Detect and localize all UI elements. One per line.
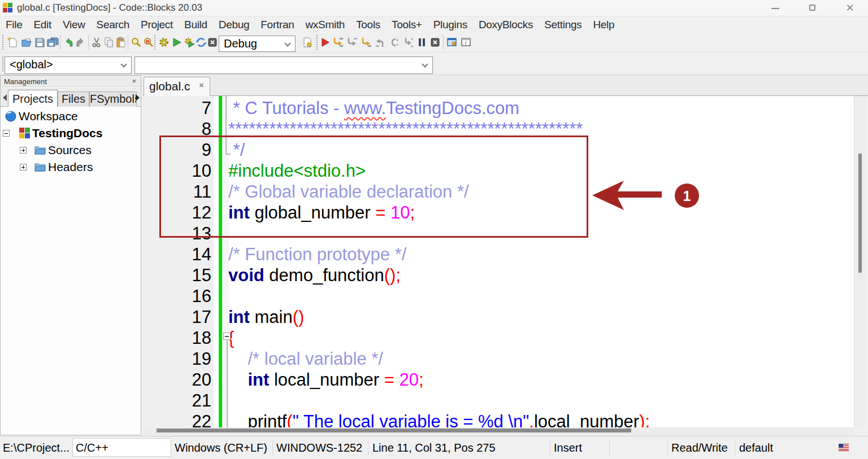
minimize-button[interactable] bbox=[763, 0, 788, 16]
editor-zone: global.c × 7 * C Tutorials - www.Testing… bbox=[143, 75, 868, 435]
new-file-icon[interactable] bbox=[7, 37, 19, 48]
restore-button[interactable] bbox=[800, 0, 825, 16]
menu-doxyblocks[interactable]: DoxyBlocks bbox=[473, 19, 539, 31]
expand-icon[interactable] bbox=[20, 147, 27, 154]
menu-build[interactable]: Build bbox=[179, 19, 213, 31]
management-tabs: Projects Files FSymbols bbox=[1, 88, 141, 107]
folder-icon bbox=[34, 145, 46, 155]
svg-text:R: R bbox=[146, 39, 150, 45]
window-title: global.c [TestingDocs] - Code::Blocks 20… bbox=[17, 2, 202, 14]
vertical-scrollbar[interactable] bbox=[854, 96, 865, 427]
menu-settings[interactable]: Settings bbox=[539, 19, 587, 31]
panel-close-icon[interactable]: × bbox=[132, 77, 136, 85]
abort-build-icon[interactable] bbox=[207, 37, 219, 48]
menu-help[interactable]: Help bbox=[587, 19, 620, 31]
line-number: 14 bbox=[143, 244, 211, 265]
tab-files[interactable]: Files bbox=[58, 91, 89, 107]
menu-fortran[interactable]: Fortran bbox=[255, 19, 300, 31]
various-info-icon[interactable]: i bbox=[461, 37, 473, 48]
rebuild-icon[interactable] bbox=[196, 37, 208, 48]
redo-icon[interactable] bbox=[75, 37, 88, 48]
status-encoding: WINDOWS-1252 bbox=[276, 441, 362, 454]
expand-icon[interactable] bbox=[20, 164, 27, 171]
tree-line bbox=[27, 150, 34, 151]
scope-combobox[interactable]: <global> bbox=[5, 56, 132, 74]
menu-project[interactable]: Project bbox=[135, 19, 179, 31]
line-number: 15 bbox=[143, 265, 211, 286]
annotation-number-badge: 1 bbox=[675, 183, 699, 208]
compiler-options-icon[interactable] bbox=[302, 37, 314, 48]
management-caption: Management × bbox=[1, 76, 141, 87]
vscroll-thumb[interactable] bbox=[858, 154, 862, 273]
step-into-icon[interactable] bbox=[361, 37, 373, 48]
status-profile: default bbox=[739, 441, 773, 454]
tabs-scroll-right-icon[interactable] bbox=[136, 94, 140, 101]
build-icon[interactable] bbox=[158, 37, 171, 48]
copy-icon[interactable] bbox=[103, 37, 116, 48]
status-readwrite: Read/Write bbox=[671, 441, 728, 454]
workspace-globe-icon bbox=[5, 111, 16, 122]
break-debugger-icon[interactable] bbox=[416, 37, 429, 48]
menu-tools[interactable]: Tools+ bbox=[386, 19, 428, 31]
annotation-number: 1 bbox=[675, 188, 699, 204]
code-line-21: 21 bbox=[143, 390, 854, 410]
menu-debug[interactable]: Debug bbox=[213, 19, 255, 31]
debugging-windows-icon[interactable] bbox=[446, 37, 459, 48]
editor-tab-bar: global.c × bbox=[143, 75, 868, 96]
menu-file[interactable]: File bbox=[0, 19, 28, 31]
toolbar-grip bbox=[316, 34, 319, 50]
folder-icon bbox=[34, 162, 46, 172]
hscroll-thumb[interactable] bbox=[157, 429, 631, 432]
code-line-22: 22 printf(" The local variable is = %d \… bbox=[143, 410, 854, 427]
chevron-down-icon bbox=[120, 61, 127, 67]
tabs-scroll-left-icon[interactable] bbox=[3, 94, 7, 101]
symbol-combobox[interactable] bbox=[134, 56, 433, 74]
line-number: 20 bbox=[143, 370, 211, 390]
menu-wxsmith[interactable]: wxSmith bbox=[300, 19, 350, 31]
us-flag-icon bbox=[839, 444, 849, 451]
run-icon[interactable] bbox=[171, 37, 184, 48]
step-out-icon[interactable] bbox=[375, 37, 387, 48]
save-all-icon[interactable] bbox=[46, 37, 59, 48]
tab-fsymbols[interactable]: FSymbols bbox=[89, 91, 137, 107]
line-number: 21 bbox=[143, 391, 211, 411]
main-toolbar: R Debug bbox=[0, 33, 868, 53]
project-icon bbox=[19, 128, 30, 138]
menu-tools[interactable]: Tools bbox=[350, 19, 386, 31]
menu-view[interactable]: View bbox=[57, 19, 91, 31]
collapse-icon[interactable] bbox=[3, 130, 10, 137]
undo-icon[interactable] bbox=[63, 37, 75, 48]
line-number: 16 bbox=[143, 286, 211, 307]
stop-debugger-icon[interactable] bbox=[429, 37, 442, 48]
line-number: 18 bbox=[143, 328, 211, 348]
code-line-20: 20 int local_number = 20; bbox=[143, 369, 854, 390]
management-panel: Management × Projects Files FSymbols Wor… bbox=[0, 75, 141, 435]
close-button[interactable]: ✕ bbox=[837, 0, 862, 16]
save-icon[interactable] bbox=[34, 37, 46, 48]
status-highlight-language: C/C++ bbox=[76, 441, 108, 454]
tab-projects[interactable]: Projects bbox=[8, 90, 58, 107]
next-instruction-icon[interactable] bbox=[388, 37, 401, 48]
step-into-instruction-icon[interactable] bbox=[402, 37, 415, 48]
find-icon[interactable] bbox=[131, 37, 143, 48]
open-file-icon[interactable] bbox=[21, 37, 33, 48]
editor-tab-global-c[interactable]: global.c × bbox=[144, 77, 210, 96]
horizontal-scrollbar[interactable] bbox=[143, 427, 854, 435]
paste-icon[interactable] bbox=[115, 37, 128, 48]
cut-icon[interactable] bbox=[91, 37, 103, 48]
debug-continue-icon[interactable] bbox=[320, 37, 332, 48]
line-number: 22 bbox=[143, 412, 211, 427]
tab-close-icon[interactable]: × bbox=[199, 80, 204, 90]
status-bar: E:\CProject... C/C++ Windows (CR+LF) WIN… bbox=[0, 436, 868, 459]
code-line-14: 14/* Function prototype */ bbox=[143, 243, 854, 264]
menu-plugins[interactable]: Plugins bbox=[428, 19, 473, 31]
fold-collapse-icon[interactable] bbox=[223, 333, 231, 340]
build-and-run-icon[interactable] bbox=[184, 37, 196, 48]
run-to-cursor-icon[interactable] bbox=[332, 37, 345, 48]
code-line-15: 15void demo_function(); bbox=[143, 264, 854, 285]
menu-edit[interactable]: Edit bbox=[28, 19, 57, 31]
next-line-icon[interactable] bbox=[346, 37, 359, 48]
build-target-combobox[interactable]: Debug bbox=[219, 36, 296, 52]
title-bar: global.c [TestingDocs] - Code::Blocks 20… bbox=[0, 0, 868, 16]
menu-search[interactable]: Search bbox=[91, 19, 135, 31]
